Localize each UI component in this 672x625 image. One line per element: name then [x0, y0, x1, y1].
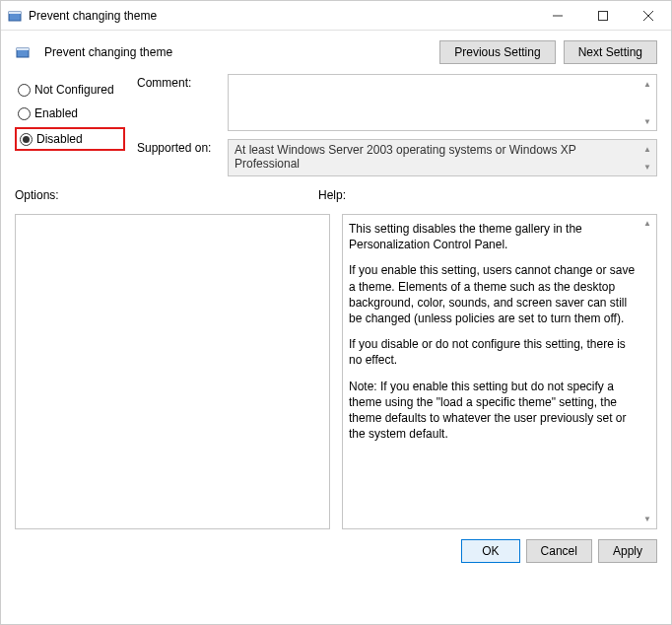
supported-row: Supported on: At least Windows Server 20…	[137, 139, 657, 176]
scroll-up-icon[interactable]: ▲	[640, 217, 654, 231]
svg-rect-7	[17, 48, 29, 50]
panels-row: This setting disables the theme gallery …	[1, 214, 671, 529]
options-panel	[15, 214, 330, 529]
header-row: Prevent changing theme Previous Setting …	[1, 31, 671, 68]
policy-title-text: Prevent changing theme	[44, 45, 172, 59]
state-radio-group: Not Configured Enabled Disabled	[15, 74, 125, 176]
dialog-footer: OK Cancel Apply	[1, 529, 671, 573]
cancel-button[interactable]: Cancel	[526, 539, 592, 563]
radio-icon	[18, 107, 31, 120]
radio-icon	[20, 133, 33, 146]
radio-not-configured[interactable]: Not Configured	[15, 80, 125, 100]
config-area: Not Configured Enabled Disabled Comment:…	[1, 68, 671, 176]
supported-value: At least Windows Server 2003 operating s…	[235, 143, 576, 171]
help-text: Note: If you enable this setting but do …	[349, 379, 638, 443]
radio-label: Not Configured	[34, 83, 114, 97]
policy-heading: Prevent changing theme	[15, 44, 439, 60]
comment-row: Comment: ▲ ▼	[137, 74, 657, 131]
close-button[interactable]	[626, 1, 671, 31]
scroll-down-icon[interactable]: ▼	[640, 160, 654, 174]
help-panel: This setting disables the theme gallery …	[342, 214, 657, 529]
minimize-button[interactable]	[535, 1, 580, 31]
radio-disabled[interactable]: Disabled	[15, 127, 125, 151]
previous-setting-button[interactable]: Previous Setting	[439, 40, 555, 64]
comment-label: Comment:	[137, 74, 222, 90]
radio-label: Disabled	[36, 132, 83, 146]
svg-rect-1	[9, 12, 21, 14]
scroll-down-icon[interactable]: ▼	[640, 114, 654, 128]
help-label: Help:	[318, 188, 657, 202]
help-text: If you enable this setting, users cannot…	[349, 262, 638, 326]
options-label: Options:	[15, 188, 306, 202]
supported-on-box: At least Windows Server 2003 operating s…	[228, 139, 657, 176]
titlebar: Prevent changing theme	[1, 1, 671, 31]
window-title: Prevent changing theme	[29, 9, 535, 23]
ok-button[interactable]: OK	[461, 539, 519, 563]
help-text: If you disable or do not configure this …	[349, 336, 638, 368]
panels-labels: Options: Help:	[1, 176, 671, 214]
radio-icon	[18, 84, 31, 97]
radio-enabled[interactable]: Enabled	[15, 104, 125, 123]
apply-button[interactable]: Apply	[598, 539, 657, 563]
scroll-up-icon[interactable]: ▲	[640, 142, 654, 156]
svg-rect-3	[599, 11, 608, 20]
policy-icon	[15, 44, 31, 60]
radio-label: Enabled	[34, 106, 78, 120]
scroll-up-icon[interactable]: ▲	[640, 77, 654, 91]
next-setting-button[interactable]: Next Setting	[564, 40, 657, 64]
comment-input[interactable]: ▲ ▼	[228, 74, 657, 131]
help-text: This setting disables the theme gallery …	[349, 221, 638, 252]
supported-label: Supported on:	[137, 139, 222, 155]
maximize-button[interactable]	[580, 1, 626, 31]
scroll-down-icon[interactable]: ▼	[640, 513, 654, 526]
policy-icon	[7, 8, 23, 24]
